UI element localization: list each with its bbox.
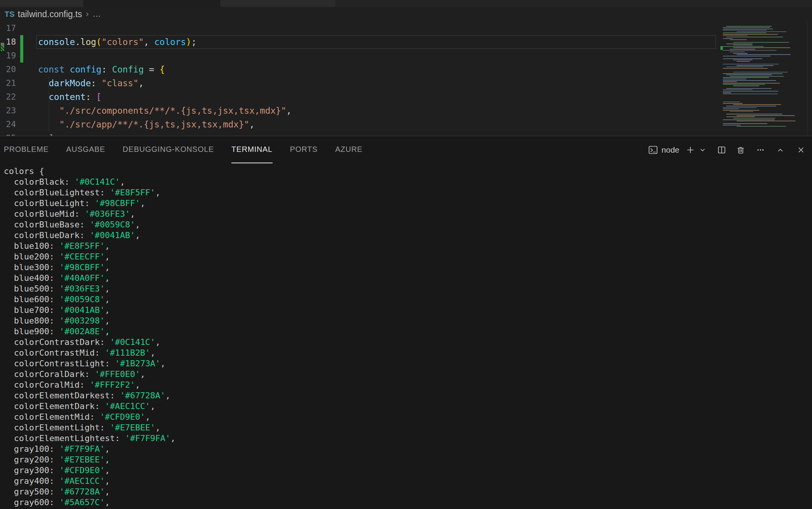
panel-header: PROBLEMEAUSGABEDEBUGGING-KONSOLETERMINAL… [0,136,812,163]
terminal-line: colorContrastLight: '#1B273A', [4,358,812,369]
line-content: "./src/components/**/*.{js,ts,jsx,tsx,md… [38,104,292,118]
overview-marker-modified [1,46,4,51]
tab-ausgabe[interactable]: AUSGABE [66,136,105,163]
terminal-line: blue600: '#0059C8', [4,294,812,305]
terminal-line: gray200: '#E7EBEE', [4,454,812,465]
terminal-icon [647,144,659,156]
kill-terminal-trash-button[interactable] [735,144,746,156]
terminal-line: colorBlueDark: '#0041AB', [4,230,812,241]
code-line: 21 darkMode: "class", [0,76,812,90]
line-number: 20 [0,63,16,76]
line-number: 17 [0,21,16,35]
code-line: 20const config: Config = { [0,63,812,76]
tab-debugging-konsole[interactable]: DEBUGGING-KONSOLE [123,136,214,163]
terminal-line: colorContrastMid: '#111B2B', [4,348,812,358]
gutter-modified-indicator [20,118,23,131]
terminal-line: gray600: '#5A657C', [4,497,812,508]
gutter-modified-indicator [20,49,23,63]
terminal-line: gray300: '#CFD9E0', [4,465,812,476]
editor-code: 1718console.log("colors", colors);1920co… [0,21,812,136]
tab-terminal[interactable]: TERMINAL [231,136,273,163]
line-number: 24 [0,118,16,131]
tab-ports[interactable]: PORTS [290,136,318,163]
gutter-modified-indicator [20,21,23,35]
terminal-line: colorBlueLightest: '#E8F5FF', [4,187,812,198]
tab-segment[interactable] [220,0,335,7]
terminal-line: colors { [4,166,812,177]
terminal-shell-label: node [661,145,679,155]
breadcrumb: TS tailwind.config.ts › … [0,7,812,21]
overview-ruler[interactable] [807,21,812,136]
gutter-modified-indicator [20,35,23,49]
code-line: 19 [0,49,812,63]
terminal-line: blue500: '#036FE3', [4,283,812,294]
close-panel-button[interactable] [795,144,807,156]
typescript-file-icon: TS [5,10,15,19]
breadcrumb-symbol-ellipsis[interactable]: … [93,9,101,19]
line-number: 21 [0,76,16,90]
launch-profile-chevron-down-icon[interactable] [697,144,708,156]
tab-azure[interactable]: AZURE [335,136,363,163]
code-line: 23 "./src/components/**/*.{js,ts,jsx,tsx… [0,104,812,118]
terminal-instance[interactable]: node [647,144,679,156]
line-content: const config: Config = { [38,63,165,76]
line-content: darkMode: "class", [38,76,144,90]
overview-marker-gray [1,43,4,46]
terminal-line: colorElementMid: '#CFD9E0', [4,412,812,422]
terminal-line: blue900: '#002A8E', [4,326,812,337]
line-content: content: [ [38,90,101,104]
terminal-line: gray400: '#AEC1CC', [4,476,812,486]
minimap-modified-marker [721,46,723,50]
terminal-line: colorElementDark: '#AEC1CC', [4,401,812,412]
code-line: 24 "./src/app/**/*.{js,ts,jsx,tsx,mdx}", [0,118,812,131]
line-number: 23 [0,104,16,118]
terminal-line: blue800: '#003298', [4,316,812,326]
terminal-line: blue300: '#98CBFF', [4,262,812,273]
terminal-line: gray500: '#67728A', [4,486,812,497]
line-number: 22 [0,90,16,104]
more-actions-ellipsis-button[interactable] [755,144,766,156]
tab-segment-active[interactable] [83,0,220,7]
terminal-line: gray100: '#F7F9FA', [4,444,812,454]
new-terminal-button[interactable] [685,144,696,156]
code-line: 17 [0,21,812,35]
chevron-right-icon: › [86,9,88,19]
breadcrumb-file-name[interactable]: tailwind.config.ts [18,9,82,19]
minimap[interactable] [720,21,807,136]
editor[interactable]: 1718console.log("colors", colors);1920co… [0,21,812,136]
terminal-line: blue700: '#0041AB', [4,305,812,316]
code-line: 18console.log("colors", colors); [0,35,812,49]
gutter-modified-indicator [20,90,23,104]
bottom-panel: PROBLEMEAUSGABEDEBUGGING-KONSOLETERMINAL… [0,136,812,509]
terminal-line: colorElementLight: '#E7EBEE', [4,422,812,433]
terminal-output[interactable]: colors { colorBlack: '#0C141C', colorBlu… [4,166,812,509]
terminal-line: blue200: '#CEECFF', [4,251,812,262]
terminal-line: colorCoralMid: '#FFF2F2', [4,380,812,390]
terminal-line: colorBlueMid: '#036FE3', [4,209,812,219]
editor-tab-strip[interactable] [0,0,812,7]
gutter-modified-indicator [20,104,23,118]
gutter-modified-indicator [20,76,23,90]
tab-segment[interactable] [0,0,83,7]
panel-actions: node [647,136,807,163]
terminal-line: colorBlack: '#0C141C', [4,177,812,187]
maximize-panel-chevron-up-button[interactable] [775,144,786,156]
terminal-line: blue100: '#E8F5FF', [4,241,812,251]
code-line: 22 content: [ [0,90,812,104]
terminal-line: colorContrastDark: '#0C141C', [4,337,812,348]
panel-tabs: PROBLEMEAUSGABEDEBUGGING-KONSOLETERMINAL… [4,136,380,163]
line-content: "./src/app/**/*.{js,ts,jsx,tsx,mdx}", [38,118,255,131]
line-content: console.log("colors", colors); [38,35,197,49]
gutter-modified-indicator [20,63,23,76]
terminal-line: colorCoralDark: '#FFE0E0', [4,369,812,380]
split-terminal-button[interactable] [716,144,727,156]
terminal-line: colorBlueBase: '#0059C8', [4,219,812,230]
terminal-line: colorBlueLight: '#98CBFF', [4,198,812,209]
tab-probleme[interactable]: PROBLEME [4,136,49,163]
terminal-line: colorElementDarkest: '#67728A', [4,390,812,401]
terminal-line: colorElementLightest: '#F7F9FA', [4,433,812,444]
terminal-line: blue400: '#40A0FF', [4,273,812,283]
